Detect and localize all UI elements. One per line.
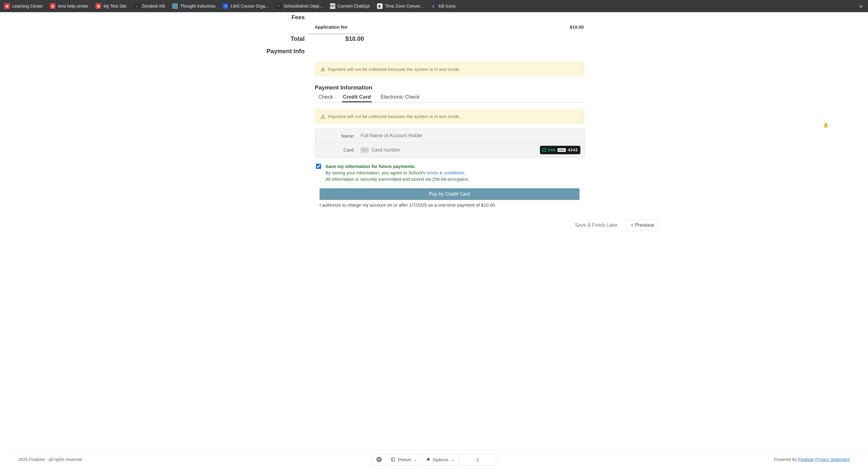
bookmark-item[interactable]: ⚛SchoolAdmin Depl...	[276, 3, 322, 9]
bookmark-favicon: ≡	[223, 3, 228, 9]
fees-heading: Fees	[209, 14, 305, 21]
gear-icon: ✱	[426, 457, 430, 462]
bookmark-favicon: ◐	[377, 3, 382, 9]
test-mode-alert: Payment will not be collected because th…	[315, 62, 584, 76]
bookmark-favicon: 🌐	[172, 3, 178, 9]
preset-icon	[391, 457, 395, 462]
preset-dropdown[interactable]: Preset ⌄	[386, 454, 422, 465]
bookmark-label: My Test Site	[103, 4, 127, 8]
payment-information-heading: Payment Information	[315, 84, 584, 91]
alert-text: Payment will not be collected because th…	[328, 67, 461, 72]
tab-electronic-check[interactable]: Electronic Check	[380, 93, 420, 102]
warning-icon	[320, 67, 326, 72]
autofill-suggestion-chip[interactable]: link VISA 4242	[540, 146, 580, 154]
payment-info-heading: Payment Info	[209, 48, 305, 55]
authorization-text: I authorize to charge my account on or a…	[319, 202, 584, 208]
powered-by-prefix: Powered By	[774, 457, 798, 462]
bookmark-item[interactable]: ◈Learning Center	[4, 3, 42, 9]
toolbar-close-button[interactable]: ✕	[372, 454, 386, 465]
bookmark-label: Time Zone Conver...	[385, 4, 423, 8]
bookmark-favicon: MD	[330, 3, 335, 9]
bookmark-label: Convert ChatGpt	[338, 4, 370, 8]
bookmark-item[interactable]: MDConvert ChatGpt	[330, 3, 370, 9]
options-dropdown[interactable]: ✱ Options ⌄	[422, 454, 460, 465]
link-logo-icon	[542, 148, 546, 152]
payment-method-tabs: Check Credit Card Electronic Check	[315, 93, 584, 102]
bookmark-favicon: ◈	[4, 3, 10, 9]
bookmark-label: Zendesk KB	[142, 4, 165, 8]
visa-badge: VISA	[558, 148, 566, 152]
autofill-last4: 4242	[568, 148, 578, 152]
page-number: 2	[476, 457, 479, 462]
bookmark-favicon: ⚛	[276, 3, 281, 9]
bookmark-label: LMS Course Orga...	[231, 4, 269, 8]
bookmark-favicon: ▲	[134, 3, 140, 9]
finalsite-link[interactable]: Finalsite	[798, 457, 814, 462]
warning-outline-icon	[320, 114, 326, 119]
bookmark-label: Thought Industries	[180, 4, 215, 8]
previous-button[interactable]: < Previous	[626, 220, 659, 231]
bookmark-item[interactable]: ◈My Test Site	[96, 3, 127, 9]
bookmark-favicon: ◈	[50, 3, 55, 9]
options-label: Options	[433, 457, 448, 462]
bookmark-item[interactable]: ≡LMS Course Orga...	[223, 3, 269, 9]
save-finish-later-button[interactable]: Save & Finish Later	[570, 220, 623, 231]
bookmark-item[interactable]: ◈ems help center	[50, 3, 88, 9]
save-info-line2: All information is securely transmitted …	[326, 177, 470, 182]
page-number-display[interactable]: 2	[460, 454, 496, 465]
tab-credit-card[interactable]: Credit Card	[342, 93, 372, 102]
tab-check[interactable]: Check	[318, 93, 334, 102]
privacy-statement-link[interactable]: Privacy Statement	[815, 457, 850, 462]
save-payment-info-block: Save my information for future payments.…	[315, 163, 584, 182]
bookmark-item[interactable]: ▲Zendesk KB	[134, 3, 165, 9]
bookmarks-bar: ◈Learning Center◈ems help center◈My Test…	[0, 0, 868, 12]
save-info-title: Save my information for future payments.	[326, 164, 416, 169]
card-label: Card:	[315, 147, 361, 152]
alert-text: Payment will not be collected because th…	[328, 114, 461, 119]
pay-by-credit-card-button[interactable]: Pay by Credit Card	[319, 188, 580, 200]
fee-item-amount: $10.00	[570, 24, 584, 30]
save-info-checkbox[interactable]	[316, 164, 321, 169]
bookmark-label: ems help center	[58, 4, 88, 8]
bookmark-favicon: ▮	[431, 3, 436, 9]
save-info-line1-prefix: By saving your information, you agree to…	[326, 170, 427, 175]
chevron-down-icon: ⌄	[451, 457, 455, 462]
bookmark-label: KB Icons	[439, 4, 456, 8]
bookmark-item[interactable]: ▮KB Icons	[431, 3, 456, 9]
bookmark-favicon: ◈	[96, 3, 101, 9]
save-info-line1-suffix: .	[464, 170, 465, 175]
terms-link[interactable]: terms & conditions	[427, 170, 464, 175]
footer-toolbar: ✕ Preset ⌄ ✱ Options ⌄ 2	[372, 454, 496, 466]
fee-item-name: Application fee	[315, 24, 347, 30]
bookmark-item[interactable]: ◐Time Zone Conver...	[377, 3, 423, 9]
page-footer: 2025 Finalsite - all rights reserved ✕ P…	[0, 451, 868, 468]
bookmarks-overflow-button[interactable]: »	[858, 3, 864, 9]
preset-label: Preset	[398, 457, 411, 462]
chevron-down-icon: ⌄	[413, 457, 417, 462]
bookmark-item[interactable]: 🌐Thought Industries	[172, 3, 215, 9]
total-amount: $10.00	[308, 34, 364, 42]
card-number-input[interactable]	[372, 147, 537, 153]
cardholder-name-input[interactable]	[361, 133, 584, 138]
name-label: Name:	[315, 133, 361, 138]
bookmark-label: SchoolAdmin Depl...	[284, 4, 322, 8]
svg-rect-0	[392, 458, 395, 461]
copyright-text: 2025 Finalsite - all rights reserved	[18, 457, 82, 462]
total-heading: Total	[209, 35, 305, 42]
autofill-brand: link	[548, 148, 555, 152]
credit-card-panel: Name: Card: link VISA 4242	[315, 128, 584, 157]
test-mode-alert-inner: Payment will not be collected because th…	[315, 109, 584, 124]
credit-card-icon	[361, 147, 369, 153]
bookmark-label: Learning Center	[12, 4, 42, 8]
close-icon: ✕	[376, 457, 382, 462]
